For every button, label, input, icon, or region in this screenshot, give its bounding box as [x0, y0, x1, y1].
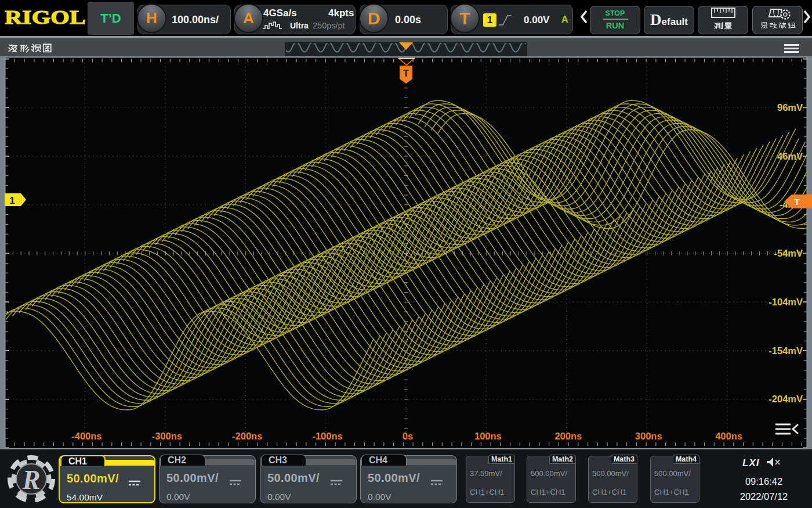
svg-text:T: T: [403, 68, 409, 79]
svg-text:-154mV: -154mV: [768, 345, 803, 356]
svg-text:-400ns: -400ns: [71, 431, 102, 441]
svg-text:96mV: 96mV: [777, 102, 803, 113]
svg-text:-200ns: -200ns: [232, 431, 262, 441]
svg-text:200ns: 200ns: [554, 431, 582, 441]
svg-text:-300ns: -300ns: [152, 431, 182, 441]
svg-text:300ns: 300ns: [635, 431, 662, 441]
svg-text:400ns: 400ns: [715, 431, 742, 441]
svg-text:-54mV: -54mV: [774, 248, 803, 258]
svg-text:T: T: [794, 197, 799, 207]
svg-text:-104mV: -104mV: [768, 297, 803, 307]
svg-text:R: R: [22, 465, 41, 495]
svg-text:-204mV: -204mV: [768, 394, 803, 404]
svg-text:0s: 0s: [403, 431, 413, 441]
svg-text:1: 1: [9, 195, 14, 206]
svg-text:-100ns: -100ns: [312, 431, 342, 441]
svg-text:100ns: 100ns: [474, 431, 502, 441]
svg-text:46mV: 46mV: [777, 151, 803, 161]
